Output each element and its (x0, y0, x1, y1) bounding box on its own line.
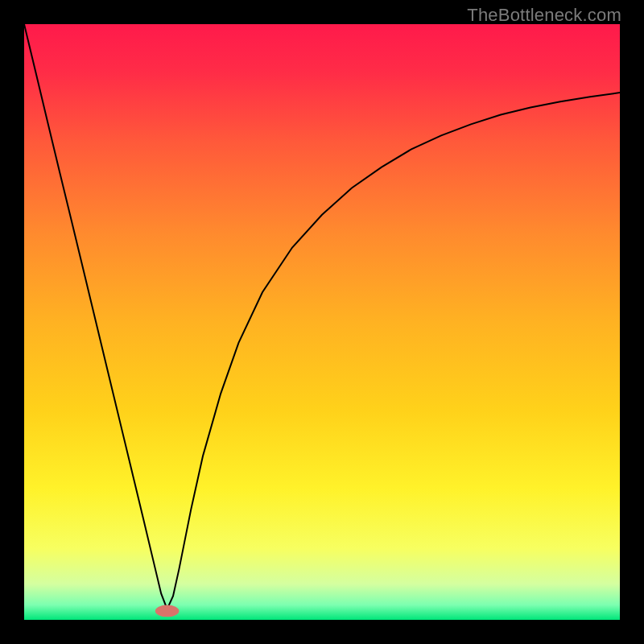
watermark-label: TheBottleneck.com (467, 5, 621, 26)
gradient-background (24, 24, 620, 620)
chart-container: TheBottleneck.com (0, 0, 644, 644)
bottleneck-chart (24, 24, 620, 620)
optimal-point-marker (155, 605, 180, 617)
